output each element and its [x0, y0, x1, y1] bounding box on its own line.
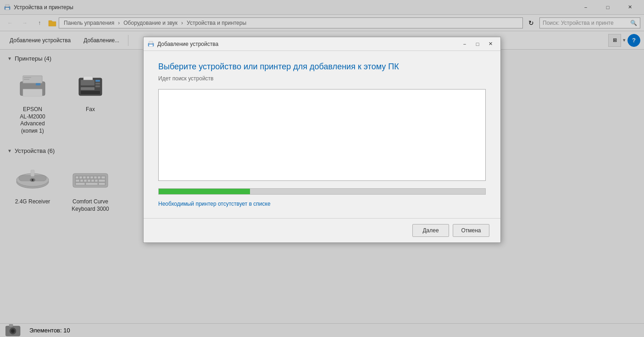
add-device-dialog: Добавление устройства − □ ✕ Выберите уст…: [143, 37, 501, 243]
dialog-progress-bar: [158, 188, 486, 195]
dialog-heading: Выберите устройство или принтер для доба…: [158, 62, 486, 72]
dialog-titlebar: Добавление устройства − □ ✕: [144, 37, 500, 51]
dialog-minimize-button[interactable]: −: [458, 39, 471, 49]
next-button[interactable]: Далее: [412, 224, 449, 237]
svg-rect-50: [149, 45, 153, 46]
dialog-overlay: Добавление устройства − □ ✕ Выберите уст…: [0, 0, 644, 337]
next-label: Далее: [422, 227, 439, 234]
dialog-title: Добавление устройства: [157, 41, 458, 47]
dialog-icon: [147, 40, 155, 48]
dialog-subtext: Идет поиск устройств: [158, 75, 486, 82]
dialog-footer: Далее Отмена: [144, 218, 500, 242]
svg-rect-49: [149, 41, 153, 44]
cancel-label: Отмена: [461, 227, 481, 234]
progress-bar-fill: [159, 189, 250, 194]
dialog-body: Выберите устройство или принтер для доба…: [144, 51, 500, 218]
dialog-maximize-button[interactable]: □: [471, 39, 484, 49]
cancel-button[interactable]: Отмена: [453, 224, 489, 237]
dialog-close-button[interactable]: ✕: [484, 39, 497, 49]
missing-printer-link[interactable]: Необходимый принтер отсутствует в списке: [158, 201, 271, 207]
dialog-device-list[interactable]: [158, 89, 486, 181]
